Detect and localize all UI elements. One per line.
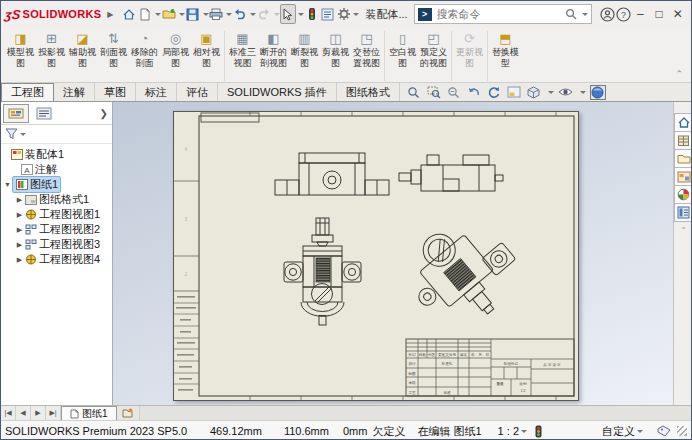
model-view-button[interactable]: ◨模型视图 xyxy=(5,30,36,69)
next-sheet-button[interactable]: ▶ xyxy=(31,406,46,420)
zoom-to-area-icon[interactable] xyxy=(426,85,442,100)
save-icon[interactable] xyxy=(185,4,201,24)
user-account-icon[interactable] xyxy=(600,4,616,24)
expand-caret-icon[interactable]: ▶ xyxy=(15,211,24,219)
search-caret-icon[interactable] xyxy=(582,13,588,19)
search-box[interactable]: > xyxy=(414,4,592,24)
open-document-icon[interactable] xyxy=(161,4,177,24)
close-button[interactable]: ✕ xyxy=(668,4,687,24)
tab-sheet-format[interactable]: 图纸格式 xyxy=(337,83,400,101)
panel-expand-arrow-icon[interactable]: ❯ xyxy=(100,108,110,119)
drawing-view-top[interactable] xyxy=(284,218,361,325)
hide-show-items-icon[interactable] xyxy=(558,85,574,100)
alternate-position-view-button[interactable]: ◳交替位置视图 xyxy=(351,30,382,69)
redo-icon[interactable] xyxy=(256,4,272,24)
file-explorer-icon[interactable] xyxy=(674,149,692,168)
zoom-in-out-icon[interactable] xyxy=(446,85,462,100)
tree-item-sheet-format1[interactable]: ▶ 图纸格式1 xyxy=(1,192,112,207)
expand-caret-icon[interactable]: ▶ xyxy=(15,196,24,204)
zoom-to-fit-icon[interactable] xyxy=(406,85,422,100)
save-caret-icon[interactable] xyxy=(203,13,209,19)
ribbon-collapse-icon[interactable]: ⌃ xyxy=(675,69,683,79)
view-palette-icon[interactable] xyxy=(674,167,692,186)
redo-caret-icon[interactable] xyxy=(274,13,280,19)
tree-item-drawing-view4[interactable]: ▶ 工程图视图4 xyxy=(1,252,112,267)
feature-tree-tab-icon[interactable] xyxy=(3,104,29,123)
drawing-sheet-canvas[interactable]: 432 xyxy=(173,111,579,401)
tab-evaluate[interactable]: 评估 xyxy=(177,83,218,101)
tag-icon[interactable] xyxy=(657,425,671,437)
detail-view-button[interactable]: ◎局部视图 xyxy=(160,30,191,69)
removed-section-button[interactable]: ◔移除的剖面 xyxy=(129,30,160,69)
previous-view-icon[interactable] xyxy=(466,85,482,100)
auxiliary-view-button[interactable]: ◪辅助视图 xyxy=(67,30,98,69)
predefined-view-button[interactable]: ◰预定义的视图 xyxy=(418,30,449,69)
add-sheet-button[interactable] xyxy=(117,406,140,420)
tree-item-sheet1[interactable]: ▼ 图纸1 xyxy=(1,177,112,192)
tab-drawing[interactable]: 工程图 xyxy=(1,83,54,101)
rotate-view-icon[interactable] xyxy=(486,85,502,100)
menu-expand-arrow-icon[interactable]: ▶ xyxy=(107,10,113,19)
select-cursor-icon[interactable] xyxy=(280,4,296,24)
rebuild-traffic-light-icon[interactable] xyxy=(304,4,320,24)
projected-view-button[interactable]: ⊞投影视图 xyxy=(36,30,67,69)
last-sheet-button[interactable]: ▶| xyxy=(46,406,61,420)
drawing-view-side[interactable] xyxy=(399,155,503,191)
search-input[interactable] xyxy=(435,7,562,21)
custom-properties-icon[interactable] xyxy=(674,203,692,222)
tree-item-annotations[interactable]: A 注解 xyxy=(1,162,112,177)
solidworks-resources-icon[interactable] xyxy=(674,113,692,132)
broken-out-section-button[interactable]: ◧断开的剖视图 xyxy=(258,30,289,69)
drawing-sheet[interactable]: 432 xyxy=(173,111,579,401)
resize-grip[interactable] xyxy=(677,426,687,436)
options-gear-icon[interactable] xyxy=(336,4,352,24)
expand-caret-icon[interactable]: ▶ xyxy=(15,256,24,264)
maximize-button[interactable]: □ xyxy=(650,4,669,24)
tab-sketch[interactable]: 草图 xyxy=(95,83,136,101)
tree-item-drawing-view2[interactable]: ▶ 工程图视图2 xyxy=(1,222,112,237)
empty-view-button[interactable]: ▯空白视图 xyxy=(387,30,418,69)
replace-model-button[interactable]: ⬒替换模型 xyxy=(490,30,521,69)
break-view-button[interactable]: ▥断裂视图 xyxy=(289,30,320,69)
expand-caret-icon[interactable]: ▶ xyxy=(15,226,24,234)
drawing-view-front[interactable] xyxy=(275,153,389,195)
section-view-button[interactable]: ⇅剖面视图 xyxy=(98,30,129,69)
new-document-icon[interactable] xyxy=(137,4,153,24)
unit-system-label[interactable]: 自定义 xyxy=(602,424,635,439)
filter-caret-icon[interactable] xyxy=(20,133,26,139)
tree-item-drawing-view3[interactable]: ▶ 工程图视图3 xyxy=(1,237,112,252)
undo-icon[interactable] xyxy=(232,4,248,24)
display-style-icon[interactable] xyxy=(526,85,542,100)
previous-sheet-button[interactable]: ◀ xyxy=(16,406,31,420)
minimize-button[interactable]: – xyxy=(631,4,650,24)
edit-appearance-icon[interactable] xyxy=(506,85,522,100)
print-icon[interactable] xyxy=(209,4,225,24)
sheet-scale-label[interactable]: 1 : 2 xyxy=(498,425,519,437)
task-pane-collapse-icon[interactable]: ⌃ xyxy=(680,226,687,235)
first-sheet-button[interactable]: |◀ xyxy=(1,406,16,420)
tree-root-assembly[interactable]: 装配体1 xyxy=(1,147,112,162)
filter-funnel-icon[interactable] xyxy=(5,128,18,140)
hide-show-caret-icon[interactable] xyxy=(580,91,586,97)
search-icon[interactable] xyxy=(565,8,577,20)
open-document-caret-icon[interactable] xyxy=(179,13,185,19)
crop-view-button[interactable]: ◫剪裁视图 xyxy=(320,30,351,69)
sheet-tab-sheet1[interactable]: 图纸1 xyxy=(61,406,117,420)
property-manager-tab-icon[interactable] xyxy=(31,104,57,123)
display-style-caret-icon[interactable] xyxy=(548,91,554,97)
expand-caret-icon[interactable]: ▶ xyxy=(15,241,24,249)
collapse-caret-icon[interactable]: ▼ xyxy=(3,181,12,188)
appearances-scenes-icon[interactable] xyxy=(674,185,692,204)
title-block[interactable]: 标记 处数 分区 更改文件号 签名 年、月、日 设计 标准化 制图 审核 工艺 … xyxy=(406,339,574,396)
design-library-icon[interactable] xyxy=(674,131,692,150)
standard-3-view-button[interactable]: ▦标准三视图 xyxy=(227,30,258,69)
options-caret-icon[interactable] xyxy=(353,13,359,19)
unit-system-caret-icon[interactable] xyxy=(637,430,643,436)
view-settings-icon[interactable] xyxy=(590,85,606,100)
graphics-area[interactable]: 432 xyxy=(113,102,673,405)
tab-dimension[interactable]: 标注 xyxy=(136,83,177,101)
tab-annotation[interactable]: 注解 xyxy=(54,83,95,101)
tab-solidworks-addins[interactable]: SOLIDWORKS 插件 xyxy=(218,83,337,101)
home-icon[interactable] xyxy=(121,4,137,24)
file-properties-icon[interactable] xyxy=(320,4,336,24)
